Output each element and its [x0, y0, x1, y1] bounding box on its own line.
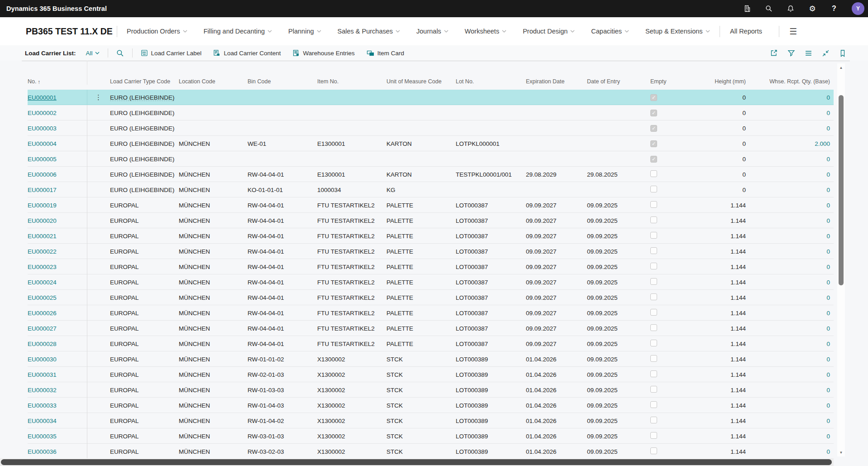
load-carrier-link[interactable]: EU000031 — [28, 371, 57, 378]
load-carrier-link[interactable]: EU000035 — [28, 433, 57, 440]
column-header-item-no[interactable]: Item No. — [317, 78, 386, 85]
load-carrier-link[interactable]: EU000022 — [28, 248, 57, 255]
nav-item-filling-and-decanting[interactable]: Filling and Decanting — [204, 28, 272, 35]
load-carrier-link[interactable]: EU000023 — [28, 264, 57, 270]
nav-item-planning[interactable]: Planning — [288, 28, 321, 35]
load-carrier-link[interactable]: EU000002 — [28, 110, 57, 116]
load-carrier-link[interactable]: EU000026 — [28, 310, 57, 317]
qty-drilldown-link[interactable]: 0 — [826, 248, 830, 255]
column-header-unit-of-measure-code[interactable]: Unit of Measure Code — [386, 78, 456, 85]
company-icon[interactable] — [743, 5, 751, 13]
empty-checkbox[interactable] — [650, 386, 657, 393]
filter-icon[interactable] — [787, 49, 795, 57]
hamburger-icon[interactable]: ☰ — [789, 17, 797, 45]
qty-drilldown-link[interactable]: 0 — [826, 264, 830, 270]
qty-drilldown-link[interactable]: 0 — [826, 325, 830, 332]
qty-drilldown-link[interactable]: 0 — [826, 94, 830, 101]
empty-checkbox[interactable] — [650, 417, 657, 423]
vertical-scrollbar[interactable]: ▲ ▼ — [837, 63, 845, 456]
empty-checkbox[interactable] — [650, 340, 657, 346]
scroll-up-arrow[interactable]: ▲ — [837, 64, 845, 71]
empty-checkbox[interactable] — [650, 247, 657, 254]
qty-drilldown-link[interactable]: 0 — [826, 448, 830, 455]
load-carrier-link[interactable]: EU000021 — [28, 233, 57, 240]
qty-drilldown-link[interactable]: 0 — [826, 402, 830, 409]
nav-item-all-reports[interactable]: All Reports — [730, 17, 762, 45]
empty-checkbox[interactable] — [650, 278, 657, 285]
share-icon[interactable] — [770, 49, 778, 57]
column-header-expiration-date[interactable]: Expiration Date — [526, 78, 587, 85]
empty-checkbox[interactable] — [650, 170, 657, 177]
settings-icon[interactable]: ⚙ — [808, 5, 816, 13]
load-carrier-link[interactable]: EU000030 — [28, 356, 57, 363]
empty-checkbox[interactable] — [650, 370, 657, 377]
collapse-icon[interactable] — [822, 49, 830, 57]
column-header-no[interactable]: No.↑ — [28, 61, 87, 85]
column-header-lot-no[interactable]: Lot No. — [456, 78, 526, 85]
load-carrier-link[interactable]: EU000027 — [28, 325, 57, 332]
nav-item-production-orders[interactable]: Production Orders — [127, 28, 187, 35]
empty-checkbox[interactable] — [650, 432, 657, 439]
load-carrier-link[interactable]: EU000034 — [28, 418, 57, 424]
qty-drilldown-link[interactable]: 0 — [826, 110, 830, 116]
column-header-load-carrier-type-code[interactable]: Load Carrier Type Code — [110, 78, 179, 85]
empty-checkbox[interactable] — [650, 216, 657, 223]
qty-drilldown-link[interactable]: 0 — [826, 433, 830, 440]
horizontal-scrollbar[interactable] — [0, 458, 834, 466]
column-header-empty[interactable]: Empty — [650, 78, 696, 85]
bookmark-icon[interactable] — [839, 49, 846, 57]
qty-drilldown-link[interactable]: 0 — [826, 371, 830, 378]
vertical-scroll-thumb[interactable] — [839, 95, 844, 285]
search-icon[interactable] — [765, 5, 773, 13]
empty-checkbox[interactable] — [650, 110, 657, 116]
empty-checkbox[interactable] — [650, 355, 657, 362]
column-header-height-mm[interactable]: Height (mm) — [696, 78, 748, 85]
column-header-whse-rcpt-qty-base[interactable]: Whse. Rcpt. Qty. (Base) — [748, 78, 834, 85]
company-name[interactable]: PB365 TEST 11.X DE — [26, 17, 113, 45]
load-carrier-link[interactable]: EU000024 — [28, 279, 57, 286]
nav-item-setup-extensions[interactable]: Setup & Extensions — [645, 28, 710, 35]
nav-item-journals[interactable]: Journals — [416, 28, 448, 35]
empty-checkbox[interactable] — [650, 140, 657, 147]
empty-checkbox[interactable] — [650, 324, 657, 331]
view-filter-dropdown[interactable]: All — [86, 50, 100, 57]
load-carrier-link[interactable]: EU000004 — [28, 140, 57, 147]
empty-checkbox[interactable] — [650, 232, 657, 239]
load-carrier-link[interactable]: EU000019 — [28, 202, 57, 209]
row-menu-icon[interactable]: ⋮ — [87, 93, 110, 101]
empty-checkbox[interactable] — [650, 293, 657, 300]
action-item-card[interactable]: Item Card — [367, 49, 404, 57]
load-carrier-link[interactable]: EU000036 — [28, 448, 57, 455]
empty-checkbox[interactable] — [650, 156, 657, 163]
qty-drilldown-link[interactable]: 0 — [826, 156, 830, 163]
horizontal-scroll-thumb[interactable] — [1, 459, 832, 465]
nav-item-capacities[interactable]: Capacities — [591, 28, 629, 35]
notifications-icon[interactable] — [787, 5, 795, 13]
action-load-carrier-label[interactable]: Load Carrier Label — [141, 49, 202, 57]
empty-checkbox[interactable] — [650, 309, 657, 316]
nav-item-sales-purchases[interactable]: Sales & Purchases — [338, 28, 401, 35]
qty-drilldown-link[interactable]: 0 — [826, 294, 830, 301]
search-list-icon[interactable] — [116, 49, 124, 57]
scroll-down-arrow[interactable]: ▼ — [837, 449, 845, 456]
qty-drilldown-link[interactable]: 0 — [826, 279, 830, 286]
qty-drilldown-link[interactable]: 0 — [826, 356, 830, 363]
nav-item-worksheets[interactable]: Worksheets — [465, 28, 506, 35]
qty-drilldown-link[interactable]: 2.000 — [815, 140, 830, 147]
user-avatar[interactable]: Y — [852, 2, 864, 15]
qty-drilldown-link[interactable]: 0 — [826, 217, 830, 224]
qty-drilldown-link[interactable]: 0 — [826, 125, 830, 132]
load-carrier-link[interactable]: EU000006 — [28, 171, 57, 178]
load-carrier-link[interactable]: EU000005 — [28, 156, 57, 163]
qty-drilldown-link[interactable]: 0 — [826, 418, 830, 424]
load-carrier-link[interactable]: EU000003 — [28, 125, 57, 132]
choose-columns-icon[interactable] — [805, 49, 812, 57]
load-carrier-link[interactable]: EU000033 — [28, 402, 57, 409]
column-header-date-of-entry[interactable]: Date of Entry — [587, 78, 650, 85]
qty-drilldown-link[interactable]: 0 — [826, 341, 830, 347]
load-carrier-link[interactable]: EU000032 — [28, 387, 57, 394]
empty-checkbox[interactable] — [650, 186, 657, 192]
empty-checkbox[interactable] — [650, 94, 657, 101]
action-warehouse-entries[interactable]: Warehouse Entries — [292, 49, 354, 57]
empty-checkbox[interactable] — [650, 447, 657, 454]
